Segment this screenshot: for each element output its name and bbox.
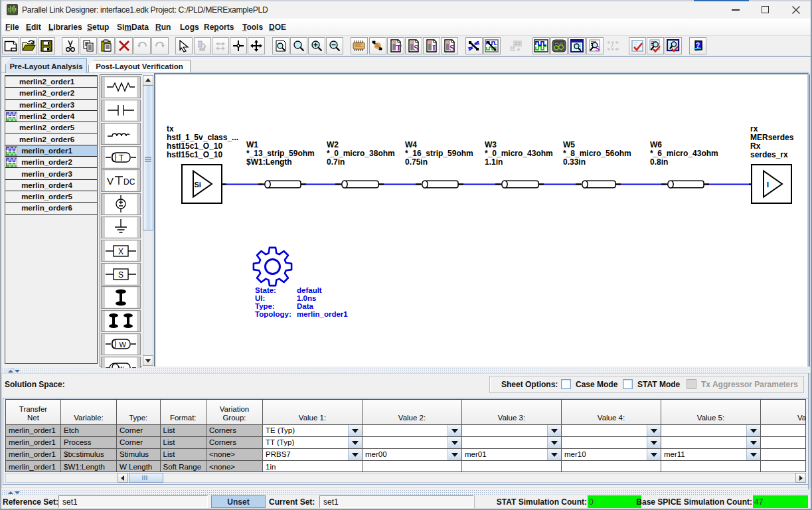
svg-text:S: S <box>414 42 418 52</box>
svg-text:Topology:: Topology: <box>255 310 291 318</box>
svg-text:W: W <box>120 341 127 349</box>
svg-text:*_16_strip_59ohm: *_16_strip_59ohm <box>405 149 473 158</box>
svg-text:S: S <box>118 270 123 280</box>
svg-text:Data: Data <box>297 302 314 310</box>
svg-text:?: ? <box>696 42 700 49</box>
svg-text:Type:: Type: <box>255 302 275 310</box>
svg-text:0.33in: 0.33in <box>563 157 586 167</box>
svg-text:*_0_micro_38ohm: *_0_micro_38ohm <box>327 149 395 158</box>
svg-text:*_8_micro_56ohm: *_8_micro_56ohm <box>563 149 631 158</box>
svg-text:serdes_rx: serdes_rx <box>750 150 788 159</box>
svg-text:DC: DC <box>123 177 135 187</box>
svg-text:1.0ns: 1.0ns <box>297 294 316 302</box>
svg-text:0.7in: 0.7in <box>327 157 345 167</box>
svg-text:I: I <box>767 181 769 189</box>
svg-text:W5: W5 <box>563 140 575 149</box>
svg-text:X: X <box>118 247 123 256</box>
svg-text:hstl15c1_O_10: hstl15c1_O_10 <box>167 150 222 159</box>
svg-text:T: T <box>119 153 124 163</box>
svg-text:UI:: UI: <box>255 294 265 302</box>
svg-text:Si: Si <box>195 181 201 189</box>
svg-text:W4: W4 <box>405 140 417 149</box>
svg-text:I: I <box>432 42 436 52</box>
svg-text:W6: W6 <box>650 140 662 149</box>
svg-text:tx: tx <box>167 124 174 133</box>
svg-text:W3: W3 <box>485 140 497 149</box>
svg-text:rx: rx <box>750 124 758 133</box>
svg-text:*_0_micro_43ohm: *_0_micro_43ohm <box>485 149 553 158</box>
svg-text:W1: W1 <box>246 140 258 149</box>
svg-text:T: T <box>396 42 402 52</box>
svg-text:$W1:Length: $W1:Length <box>246 157 292 167</box>
svg-text:V: V <box>107 175 114 187</box>
svg-text:merlin_order1: merlin_order1 <box>297 310 348 318</box>
svg-text:*_6_micro_43ohm: *_6_micro_43ohm <box>650 149 718 158</box>
svg-text:hstl15c1_O_10: hstl15c1_O_10 <box>167 141 222 151</box>
svg-text:S: S <box>596 44 600 52</box>
svg-text:1.1in: 1.1in <box>485 157 503 167</box>
svg-text:*_13_strip_59ohm: *_13_strip_59ohm <box>246 149 315 158</box>
svg-text:S: S <box>449 42 454 52</box>
svg-text:default: default <box>297 286 322 294</box>
svg-text:0.75in: 0.75in <box>405 157 428 167</box>
svg-text:hstl_1_5v_class_...: hstl_1_5v_class_... <box>167 133 238 142</box>
svg-text:0.8in: 0.8in <box>650 157 668 167</box>
svg-text:MERserdes: MERserdes <box>750 133 794 142</box>
svg-text:State:: State: <box>255 286 276 294</box>
svg-text:Rx: Rx <box>750 141 761 151</box>
svg-text:W2: W2 <box>327 140 339 149</box>
